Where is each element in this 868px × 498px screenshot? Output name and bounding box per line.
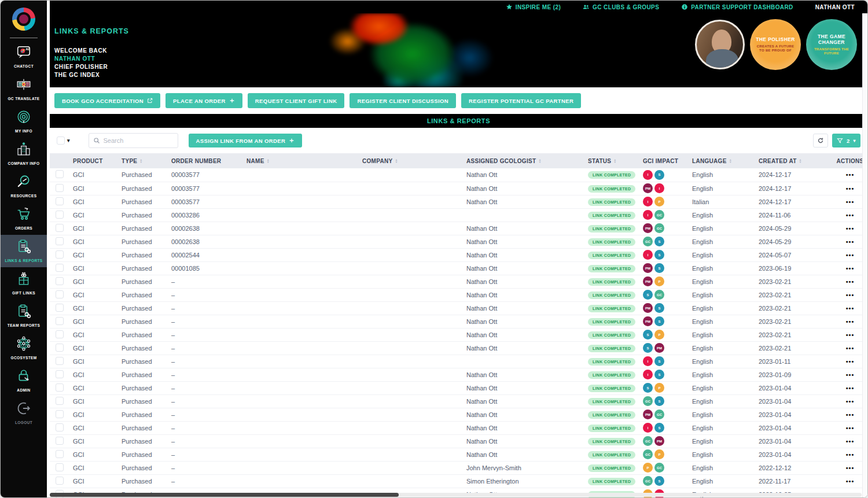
- table-row[interactable]: GCIPurchased–Nathan OttLINK COMPLETEDSPE…: [50, 328, 868, 341]
- sidebar-item-chatgct[interactable]: AICHATGCT: [1, 40, 47, 73]
- avatar[interactable]: [695, 20, 745, 69]
- table-row[interactable]: GCIPurchased–Nathan OttLINK COMPLETEDSGC…: [50, 288, 868, 301]
- table-row[interactable]: GCIPurchased00002638Nathan OttLINK COMPL…: [50, 222, 868, 235]
- column-header-gcologist[interactable]: ASSIGNED GCOLOGIST▲▼: [464, 153, 586, 168]
- filter-button[interactable]: 2 ▾: [832, 134, 860, 147]
- sort-arrows-icon[interactable]: ▲▼: [613, 158, 616, 163]
- sidebar-item-links-reports[interactable]: LINKS & REPORTS: [1, 235, 47, 267]
- table-row[interactable]: GCIPurchased–Nathan OttLINK COMPLETEDSPM…: [50, 341, 868, 355]
- row-actions-menu-icon[interactable]: •••: [846, 358, 855, 365]
- sidebar-item-team-reports[interactable]: TEAM REPORTS: [1, 300, 47, 332]
- select-all-dropdown[interactable]: ▾: [57, 137, 70, 145]
- sidebar-item-gift-links[interactable]: GIFT LINKS: [1, 267, 47, 300]
- sort-arrows-icon[interactable]: ▲▼: [538, 158, 541, 163]
- row-checkbox[interactable]: [56, 450, 64, 458]
- row-checkbox[interactable]: [56, 477, 64, 485]
- table-row[interactable]: GCIPurchased–Nathan OttLINK COMPLETEDPMS…: [50, 301, 868, 315]
- table-row[interactable]: GCIPurchased00001085Nathan OttLINK COMPL…: [50, 261, 868, 275]
- action-button-place-an-order[interactable]: PLACE AN ORDER: [165, 93, 242, 108]
- row-checkbox[interactable]: [56, 304, 64, 312]
- topbar-link-1[interactable]: GC CLUBS & GROUPS: [583, 3, 659, 10]
- row-actions-menu-icon[interactable]: •••: [846, 292, 855, 298]
- row-checkbox[interactable]: [56, 264, 64, 272]
- sort-arrows-icon[interactable]: ▲▼: [729, 158, 732, 163]
- assign-link-from-order-button[interactable]: ASSIGN LINK FROM AN ORDER: [189, 134, 303, 147]
- row-checkbox[interactable]: [56, 437, 64, 445]
- sidebar-item-admin[interactable]: ADMIN: [1, 364, 47, 397]
- table-row[interactable]: GCIPurchased–Nathan OttLINK COMPLETEDGCP…: [50, 434, 868, 448]
- row-actions-menu-icon[interactable]: •••: [846, 411, 855, 418]
- row-actions-menu-icon[interactable]: •••: [846, 305, 855, 312]
- row-checkbox[interactable]: [56, 463, 64, 471]
- row-checkbox[interactable]: [56, 383, 64, 392]
- row-checkbox[interactable]: [56, 237, 64, 245]
- column-header-created[interactable]: CREATED AT▲▼: [756, 153, 832, 168]
- vertical-scrollbar-track[interactable]: [862, 13, 867, 497]
- row-checkbox[interactable]: [56, 423, 64, 431]
- sort-arrows-icon[interactable]: ▲▼: [139, 158, 142, 163]
- column-header-status[interactable]: STATUS▲▼: [586, 153, 641, 168]
- row-actions-menu-icon[interactable]: •••: [846, 425, 855, 431]
- topbar-username[interactable]: NATHAN OTT: [815, 4, 855, 10]
- row-actions-menu-icon[interactable]: •••: [846, 171, 855, 178]
- row-actions-menu-icon[interactable]: •••: [846, 238, 855, 245]
- search-input[interactable]: [104, 137, 174, 144]
- row-actions-menu-icon[interactable]: •••: [846, 225, 855, 232]
- row-actions-menu-icon[interactable]: •••: [846, 265, 855, 272]
- table-row[interactable]: GCIPurchased00002638Nathan OttLINK COMPL…: [50, 235, 868, 248]
- table-row[interactable]: GCIPurchased–Simon EtheringtonLINK COMPL…: [50, 474, 868, 488]
- row-actions-menu-icon[interactable]: •••: [846, 478, 855, 485]
- row-actions-menu-icon[interactable]: •••: [846, 385, 855, 392]
- sort-arrows-icon[interactable]: ▲▼: [395, 158, 398, 163]
- select-all-checkbox[interactable]: [57, 137, 65, 145]
- row-checkbox[interactable]: [56, 184, 64, 192]
- column-header-company[interactable]: COMPANY▲▼: [360, 153, 464, 168]
- action-button-book-gco-accreditation[interactable]: BOOK GCO ACCREDITATION: [54, 93, 160, 108]
- table-row[interactable]: GCIPurchased00003286LINK COMPLETEDIGCEng…: [50, 208, 868, 222]
- sidebar-item-resources[interactable]: RESOURCES: [1, 170, 47, 202]
- row-checkbox[interactable]: [56, 170, 64, 178]
- table-row[interactable]: GCIPurchased–Nathan OttLINK COMPLETEDSPE…: [50, 381, 868, 394]
- gc-index-logo-icon[interactable]: [12, 8, 35, 31]
- table-row[interactable]: GCIPurchased00003577Nathan OttLINK COMPL…: [50, 195, 868, 208]
- row-checkbox[interactable]: [56, 370, 64, 378]
- action-button-register-potential-gc-partner[interactable]: REGISTER POTENTIAL GC PARTNER: [461, 93, 581, 108]
- table-row[interactable]: GCIPurchased–Nathan OttLINK COMPLETEDGCP…: [50, 448, 868, 461]
- row-actions-menu-icon[interactable]: •••: [846, 398, 855, 405]
- table-row[interactable]: GCIPurchased–Nathan OttLINK COMPLETEDPMG…: [50, 408, 868, 421]
- column-header-name[interactable]: NAME▲▼: [244, 153, 360, 168]
- row-actions-menu-icon[interactable]: •••: [846, 252, 855, 259]
- sidebar-item-gcosystem[interactable]: GCOSYSTEM: [1, 332, 47, 364]
- sort-arrows-icon[interactable]: ▲▼: [267, 158, 270, 163]
- row-checkbox[interactable]: [56, 224, 64, 232]
- row-actions-menu-icon[interactable]: •••: [846, 464, 855, 471]
- row-actions-menu-icon[interactable]: •••: [846, 371, 855, 378]
- sidebar-item-orders[interactable]: ORDERS: [1, 202, 47, 235]
- row-actions-menu-icon[interactable]: •••: [846, 345, 855, 352]
- row-checkbox[interactable]: [56, 250, 64, 259]
- action-button-request-client-gift-link[interactable]: REQUEST CLIENT GIFT LINK: [248, 93, 345, 108]
- row-actions-menu-icon[interactable]: •••: [846, 438, 855, 445]
- row-actions-menu-icon[interactable]: •••: [846, 451, 855, 458]
- column-header-language[interactable]: LANGUAGE▲▼: [690, 153, 756, 168]
- row-checkbox[interactable]: [56, 290, 64, 298]
- column-header-type[interactable]: TYPE▲▼: [119, 153, 169, 168]
- sidebar-item-company-info[interactable]: COMPANY INFO: [1, 138, 47, 170]
- refresh-button[interactable]: [813, 134, 828, 147]
- table-row[interactable]: GCIPurchased00002544Nathan OttLINK COMPL…: [50, 248, 868, 261]
- table-row[interactable]: GCIPurchased–Nathan OttLINK COMPLETEDISE…: [50, 368, 868, 381]
- sidebar-item-logout[interactable]: LOGOUT: [1, 397, 47, 429]
- action-button-register-client-discussion[interactable]: REGISTER CLIENT DISCUSSION: [350, 93, 456, 108]
- row-checkbox[interactable]: [56, 410, 64, 418]
- topbar-link-2[interactable]: PARTNER SUPPORT DASHBOARD: [681, 3, 793, 10]
- table-row[interactable]: GCIPurchased–John Mervyn-SmithLINK COMPL…: [50, 461, 868, 474]
- table-row[interactable]: GCIPurchased–Nathan OttLINK COMPLETEDPMS…: [50, 315, 868, 328]
- row-checkbox[interactable]: [56, 397, 64, 405]
- row-checkbox[interactable]: [56, 277, 64, 285]
- row-actions-menu-icon[interactable]: •••: [846, 212, 855, 219]
- row-checkbox[interactable]: [56, 197, 64, 205]
- table-row[interactable]: GCIPurchased–Nathan OttLINK COMPLETEDPMP…: [50, 275, 868, 288]
- row-checkbox[interactable]: [56, 357, 64, 365]
- row-actions-menu-icon[interactable]: •••: [846, 198, 855, 205]
- row-checkbox[interactable]: [56, 344, 64, 352]
